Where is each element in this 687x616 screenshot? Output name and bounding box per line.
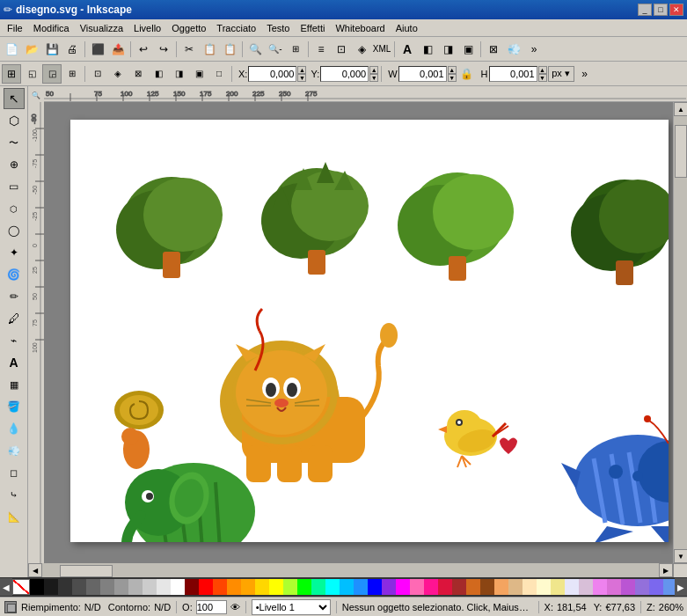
palette-swatch[interactable] [354,579,368,595]
menu-modifica[interactable]: Modifica [28,21,75,35]
menu-whiteboard[interactable]: Whiteboard [330,21,390,35]
spray-tool[interactable]: 💨 [4,440,25,461]
palette-swatch[interactable] [269,579,283,595]
w-down-button[interactable]: ▼ [448,74,457,82]
snap-bbox-button[interactable]: ◱ [22,64,41,84]
palette-swatch[interactable] [494,579,508,595]
zoom-fit-button[interactable]: ⊞ [286,40,305,59]
h-up-button[interactable]: ▲ [538,66,547,74]
scroll-track-h[interactable] [42,563,659,577]
scroll-left-button[interactable]: ◀ [28,563,42,577]
palette-swatch[interactable] [551,579,565,595]
palette-swatch[interactable] [410,579,424,595]
x-up-button[interactable]: ▲ [297,66,306,74]
scroll-down-button[interactable]: ▼ [674,549,687,563]
gradient-tool[interactable]: ▦ [4,374,25,395]
dropper-tool[interactable]: 💧 [4,418,25,439]
import-button[interactable]: ⬛ [88,40,107,59]
align-button[interactable]: ≡ [311,40,331,59]
copy-button[interactable]: 📋 [200,40,219,59]
scroll-up-button[interactable]: ▲ [674,102,687,116]
palette-swatch[interactable] [185,579,199,595]
palette-swatch[interactable] [255,579,269,595]
pen-tool[interactable]: 🖊 [4,308,25,329]
ellipse-tool[interactable]: ◯ [4,220,25,241]
snap-page-button[interactable]: □ [209,64,229,84]
palette-swatch[interactable] [157,579,171,595]
y-up-button[interactable]: ▲ [369,66,378,74]
palette-swatch[interactable] [607,579,621,595]
w-input[interactable] [398,66,447,82]
menu-testo[interactable]: Testo [261,21,295,35]
palette-scroll-right[interactable]: ▶ [675,578,687,596]
x-down-button[interactable]: ▼ [297,74,306,82]
more-button[interactable]: » [524,40,544,59]
eraser-tool[interactable]: ◻ [4,462,25,483]
palette-swatch[interactable] [466,579,480,595]
paste-button[interactable]: 📋 [220,40,239,59]
menu-livello[interactable]: Livello [128,21,166,35]
x-input[interactable] [248,66,296,82]
snap-smooth-button[interactable]: ◈ [108,64,128,84]
zoom-tool[interactable]: ⊕ [4,154,25,175]
y-input[interactable] [320,66,369,82]
canvas-area[interactable] [44,102,673,563]
palette-swatch[interactable] [86,579,100,595]
palette-swatch[interactable] [227,579,241,595]
text-tool[interactable]: A [4,352,25,373]
menu-visualizza[interactable]: Visualizza [75,21,128,35]
spiral-tool[interactable]: 🌀 [4,264,25,285]
h-input[interactable] [489,66,537,82]
close-button[interactable]: ✕ [669,4,683,16]
palette-swatch[interactable] [579,579,593,595]
palette-swatch[interactable] [311,579,325,595]
y-down-button[interactable]: ▼ [369,74,378,82]
group-button[interactable]: ◨ [438,40,457,59]
unit-selector[interactable]: px ▾ [548,66,574,82]
zoom-out-button[interactable]: 🔍- [266,40,285,59]
snap-center-button[interactable]: ◧ [149,64,168,84]
menu-aiuto[interactable]: Aiuto [391,21,423,35]
palette-swatch[interactable] [171,579,185,595]
save-button[interactable]: 💾 [42,40,62,59]
select-tool[interactable]: ↖ [4,88,25,109]
palette-swatch[interactable] [114,579,128,595]
menu-effetti[interactable]: Effetti [295,21,330,35]
scroll-thumb-v[interactable] [675,125,687,178]
palette-swatch[interactable] [58,579,72,595]
menu-tracciato[interactable]: Tracciato [211,21,261,35]
palette-swatch[interactable] [396,579,410,595]
text-tool-button[interactable]: A [398,40,417,59]
no-color-swatch[interactable] [12,579,30,595]
palette-swatch[interactable] [199,579,213,595]
palette-swatch[interactable] [593,579,607,595]
palette-swatch[interactable] [44,579,58,595]
node-tool[interactable]: ⬡ [4,110,25,131]
palette-swatch[interactable] [537,579,551,595]
h-spinner[interactable]: ▲ ▼ [538,66,547,82]
print-button[interactable]: 🖨 [62,40,82,59]
palette-swatch[interactable] [523,579,537,595]
connector-tool[interactable]: ⤷ [4,484,25,505]
palette-swatch[interactable] [452,579,466,595]
palette-swatch[interactable] [438,579,452,595]
scroll-track-v[interactable] [674,116,687,549]
snap-grid-button[interactable]: ⊞ [62,64,82,84]
palette-swatch[interactable] [565,579,579,595]
menu-oggetto[interactable]: Oggetto [166,21,211,35]
palette-swatch[interactable] [297,579,311,595]
palette-swatch[interactable] [325,579,340,595]
snap-path-button[interactable]: ▣ [189,64,208,84]
palette-swatch[interactable] [621,579,635,595]
measure-tool[interactable]: 📐 [4,506,25,527]
ungroup-button[interactable]: ▣ [458,40,478,59]
palette-swatch[interactable] [100,579,114,595]
palette-swatch[interactable] [283,579,297,595]
x-spinner[interactable]: ▲ ▼ [297,66,306,82]
palette-swatch[interactable] [368,579,382,595]
open-button[interactable]: 📂 [22,40,41,59]
palette-swatch[interactable] [635,579,649,595]
palette-swatch[interactable] [241,579,255,595]
palette-swatch[interactable] [424,579,438,595]
palette-swatch[interactable] [480,579,494,595]
